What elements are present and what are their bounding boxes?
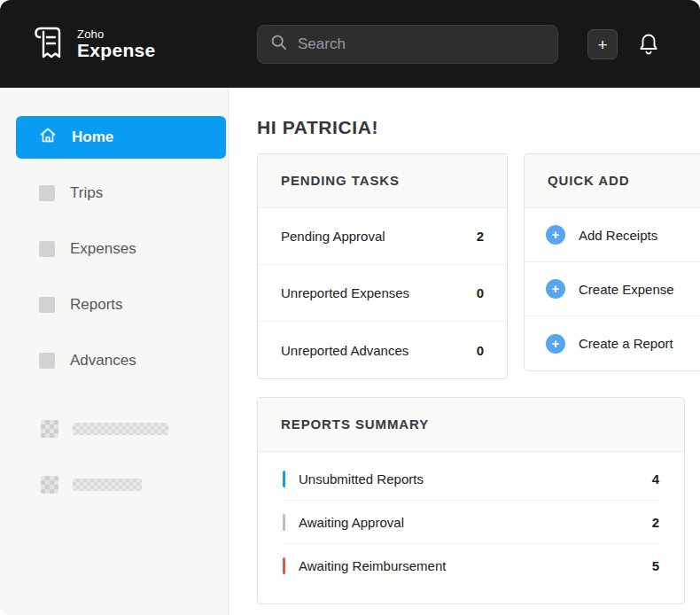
- brand-text: Zoho Expense: [77, 28, 155, 60]
- quick-add-create-expense[interactable]: + Create Expense: [525, 262, 700, 316]
- expenses-icon: [39, 241, 55, 257]
- quick-add-receipts[interactable]: + Add Receipts: [525, 208, 700, 262]
- sidebar-item-advances[interactable]: Advances: [16, 339, 226, 382]
- sidebar-item-label: Expenses: [70, 240, 136, 258]
- task-row-pending-approval[interactable]: Pending Approval 2: [258, 208, 507, 265]
- brand-expense: Expense: [77, 41, 155, 60]
- task-count: 2: [477, 229, 484, 244]
- quick-add-create-report[interactable]: + Create a Report: [525, 316, 700, 370]
- summary-label: Awaiting Approval: [299, 515, 652, 530]
- summary-count: 4: [652, 471, 659, 487]
- task-label: Unreported Expenses: [281, 285, 409, 300]
- pending-tasks-header: PENDING TASKS: [258, 154, 507, 208]
- summary-label: Awaiting Reimbursement: [299, 558, 652, 573]
- advances-icon: [39, 353, 55, 369]
- summary-row-unsubmitted[interactable]: Unsubmitted Reports 4: [283, 457, 659, 501]
- search-box[interactable]: [257, 25, 558, 64]
- task-count: 0: [477, 343, 484, 358]
- skeleton-icon: [41, 420, 58, 438]
- pending-tasks-card: PENDING TASKS Pending Approval 2 Unrepor…: [257, 153, 508, 379]
- notifications-bell-icon[interactable]: [635, 30, 662, 58]
- plus-circle-icon: +: [546, 279, 565, 299]
- pending-tasks-title: PENDING TASKS: [281, 173, 400, 188]
- cards-row: PENDING TASKS Pending Approval 2 Unrepor…: [257, 153, 700, 379]
- quick-add-label: Create a Report: [579, 336, 673, 351]
- sidebar-item-trips[interactable]: Trips: [16, 172, 226, 214]
- task-row-unreported-expenses[interactable]: Unreported Expenses 0: [258, 265, 507, 322]
- brand-zoho: Zoho: [77, 28, 155, 41]
- global-add-button[interactable]: +: [587, 29, 618, 59]
- task-label: Unreported Advances: [281, 343, 408, 358]
- top-bar: Zoho Expense +: [0, 0, 700, 88]
- home-icon: [39, 127, 57, 148]
- summary-row-awaiting-reimbursement[interactable]: Awaiting Reimbursement 5: [283, 544, 659, 588]
- sidebar-item-label: Reports: [70, 296, 123, 314]
- skeleton-bar: [73, 479, 142, 491]
- task-count: 0: [477, 285, 484, 300]
- reports-summary-body: Unsubmitted Reports 4 Awaiting Approval …: [258, 452, 684, 603]
- sidebar-item-label: Advances: [70, 352, 136, 370]
- skeleton-bar: [73, 423, 168, 435]
- zoho-expense-logo-icon: [30, 23, 66, 66]
- task-label: Pending Approval: [281, 229, 385, 244]
- sidebar-item-expenses[interactable]: Expenses: [16, 228, 226, 270]
- sidebar: Home Trips Expenses Reports Advances: [0, 88, 229, 615]
- trips-icon: [39, 185, 55, 201]
- summary-count: 2: [652, 515, 659, 530]
- task-row-unreported-advances[interactable]: Unreported Advances 0: [258, 322, 507, 378]
- brand: Zoho Expense: [30, 23, 155, 66]
- reports-summary-card: REPORTS SUMMARY Unsubmitted Reports 4 Aw…: [257, 397, 685, 604]
- quick-add-label: Add Receipts: [579, 228, 657, 243]
- status-tick: [283, 514, 285, 531]
- skeleton-icon: [41, 476, 58, 494]
- sidebar-item-label: Home: [72, 128, 113, 146]
- sidebar-item-reports[interactable]: Reports: [16, 284, 226, 326]
- quick-add-header: QUICK ADD: [525, 154, 700, 208]
- quick-add-label: Create Expense: [579, 282, 674, 297]
- plus-circle-icon: +: [546, 334, 565, 354]
- quick-add-card: QUICK ADD + Add Receipts + Create Expens…: [524, 153, 700, 371]
- app-window: Zoho Expense +: [0, 0, 700, 615]
- summary-label: Unsubmitted Reports: [299, 471, 652, 487]
- quick-add-title: QUICK ADD: [548, 173, 630, 188]
- plus-circle-icon: +: [546, 225, 565, 245]
- greeting-title: HI PATRICIA!: [257, 117, 700, 138]
- main-content: HI PATRICIA! PENDING TASKS Pending Appro…: [229, 88, 700, 615]
- sidebar-item-skeleton: [18, 463, 226, 506]
- search-icon: [270, 34, 288, 55]
- reports-summary-title: REPORTS SUMMARY: [281, 416, 429, 432]
- status-tick: [283, 557, 285, 574]
- sidebar-nav: Home Trips Expenses Reports Advances: [0, 116, 228, 506]
- status-tick: [283, 471, 285, 487]
- sidebar-item-skeleton: [18, 408, 226, 450]
- reports-summary-header: REPORTS SUMMARY: [258, 398, 684, 452]
- summary-row-awaiting-approval[interactable]: Awaiting Approval 2: [283, 501, 659, 544]
- sidebar-item-label: Trips: [70, 184, 103, 202]
- summary-count: 5: [652, 558, 659, 573]
- sidebar-item-home[interactable]: Home: [16, 116, 226, 159]
- reports-icon: [39, 297, 55, 313]
- search-input[interactable]: [298, 35, 545, 53]
